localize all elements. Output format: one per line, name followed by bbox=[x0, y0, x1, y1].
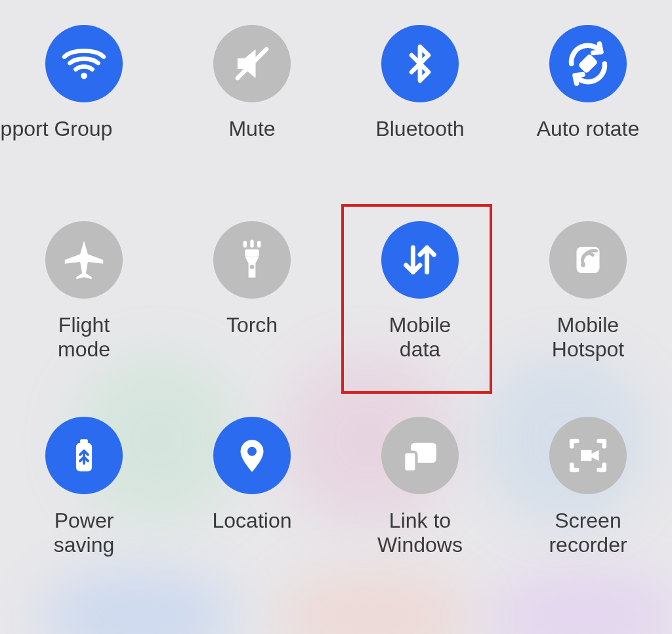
tile-bluetooth[interactable]: Bluetooth bbox=[336, 20, 504, 216]
svg-point-12 bbox=[247, 447, 257, 456]
svg-point-9 bbox=[581, 263, 585, 267]
speaker-muted-icon bbox=[213, 25, 291, 102]
tile-label: Bluetooth bbox=[375, 117, 464, 141]
auto-rotate-icon bbox=[549, 25, 627, 102]
tile-label: Mobile data bbox=[389, 313, 451, 362]
tile-label: Mobile Hotspot bbox=[552, 313, 624, 362]
tile-label: Location bbox=[213, 509, 292, 533]
tile-label: Link to Windows bbox=[377, 509, 463, 557]
tile-torch[interactable]: Torch bbox=[168, 216, 336, 412]
tile-label: Power saving bbox=[54, 509, 115, 557]
tile-label: Flight mode bbox=[58, 313, 110, 362]
wifi-icon bbox=[45, 25, 123, 102]
tile-auto-rotate[interactable]: Auto rotate bbox=[504, 20, 672, 216]
tile-flight-mode[interactable]: Flight mode bbox=[0, 216, 168, 412]
tile-label: Torch bbox=[226, 313, 278, 337]
tile-link-to-windows[interactable]: Link to Windows bbox=[336, 412, 504, 608]
battery-leaf-icon bbox=[45, 417, 123, 494]
tile-mobile-hotspot[interactable]: Mobile Hotspot bbox=[504, 216, 672, 412]
svg-rect-14 bbox=[404, 452, 416, 472]
tile-screen-recorder[interactable]: Screen recorder bbox=[504, 412, 672, 608]
tile-label: Mute bbox=[228, 117, 275, 141]
quick-settings-panel: pport Group Mute Bluetooth bbox=[0, 0, 672, 634]
svg-rect-11 bbox=[80, 440, 88, 444]
svg-rect-3 bbox=[245, 249, 259, 257]
hotspot-icon bbox=[549, 221, 627, 299]
location-pin-icon bbox=[213, 417, 291, 494]
svg-rect-2 bbox=[578, 53, 598, 74]
screen-record-icon bbox=[549, 417, 627, 494]
tile-mute[interactable]: Mute bbox=[168, 20, 336, 216]
tile-location[interactable]: Location bbox=[168, 412, 336, 608]
tile-label: pport Group bbox=[1, 117, 113, 141]
link-windows-icon bbox=[381, 417, 459, 494]
airplane-icon bbox=[45, 221, 123, 299]
tile-label: Screen recorder bbox=[549, 509, 627, 557]
data-arrows-icon bbox=[381, 221, 459, 299]
tile-label: Auto rotate bbox=[537, 117, 640, 141]
torch-icon bbox=[213, 221, 291, 299]
svg-point-0 bbox=[81, 73, 87, 79]
tile-power-saving[interactable]: Power saving bbox=[0, 412, 168, 608]
svg-point-4 bbox=[250, 264, 254, 268]
bluetooth-icon bbox=[381, 25, 459, 102]
tile-wifi[interactable]: pport Group bbox=[0, 20, 168, 216]
tile-mobile-data[interactable]: Mobile data bbox=[336, 216, 504, 412]
